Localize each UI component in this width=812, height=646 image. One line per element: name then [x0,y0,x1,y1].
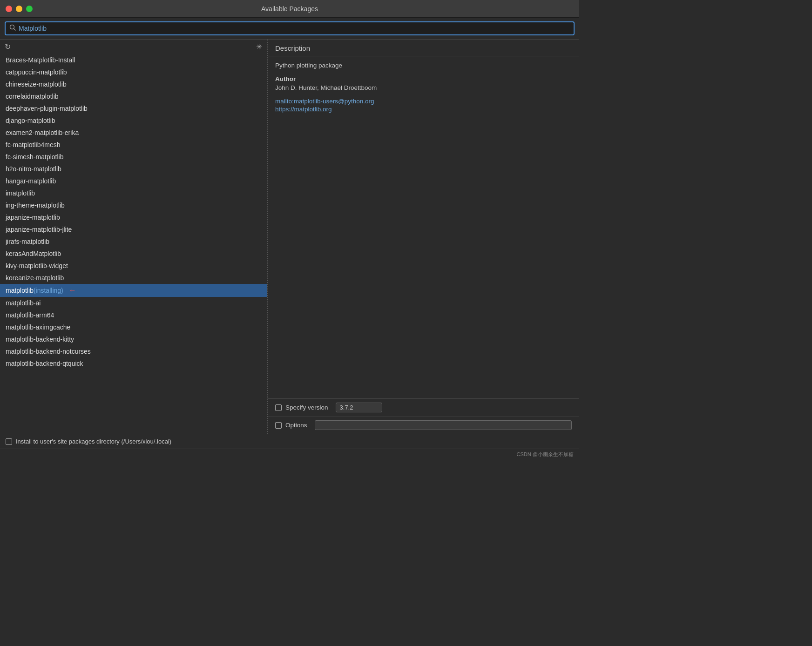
author-value: John D. Hunter, Michael Droettboom [275,84,572,91]
refresh-icon[interactable]: ↻ [5,42,11,51]
search-input[interactable] [19,25,570,32]
package-name: kerasAndMatplotlib [6,250,61,257]
package-name: koreanize-matplotlib [6,274,64,282]
package-status: (installing) [34,287,63,294]
search-bar [0,18,579,40]
list-item[interactable]: kivy-matplotlib-widget [0,260,267,272]
package-name: imatplotlib [6,189,35,197]
install-user-site-label: Install to user's site packages director… [16,438,171,445]
install-row: Install to user's site packages director… [0,434,579,449]
package-name: matplotlib-ai [6,299,41,307]
list-item[interactable]: deephaven-plugin-matplotlib [0,102,267,114]
list-item[interactable]: japanize-matplotlib-jlite [0,223,267,236]
list-item[interactable]: examen2-matplotlib-erika [0,127,267,139]
package-name: jirafs-matplotlib [6,238,49,245]
description-header: Description [268,40,579,56]
list-item[interactable]: matplotlib-backend-qtquick [0,357,267,370]
window-title: Available Packages [261,5,318,13]
list-item[interactable]: fc-matplotlib4mesh [0,139,267,151]
app-wrapper: Available Packages ↻ ✳︎ Braces-Matplotli [0,0,579,460]
loading-icon: ✳︎ [256,42,262,51]
package-name: fc-matplotlib4mesh [6,141,61,148]
options-label: Options [285,422,307,429]
list-item[interactable]: fc-simesh-matplotlib [0,151,267,163]
list-item[interactable]: django-matplotlib [0,114,267,127]
search-icon [9,24,16,33]
options-checkbox[interactable] [275,422,282,429]
list-item[interactable]: matplotlib-ai [0,297,267,309]
list-item[interactable]: matplotlib-arm64 [0,309,267,321]
list-item[interactable]: kerasAndMatplotlib [0,248,267,260]
package-name: japanize-matplotlib [6,214,60,221]
website-link[interactable]: https://matplotlib.org [275,106,572,113]
package-name: matplotlib-arm64 [6,311,54,319]
close-button[interactable] [6,6,12,12]
package-name: japanize-matplotlib-jlite [6,226,72,233]
version-input[interactable] [336,403,382,412]
package-name: catppuccin-matplotlib [6,68,67,76]
package-name: matplotlib-aximgcache [6,323,70,331]
package-name: matplotlib-backend-notcurses [6,348,91,355]
specify-version-label: Specify version [285,404,328,411]
panels-row: ↻ ✳︎ Braces-Matplotlib-Installcatppuccin… [0,40,579,434]
list-item[interactable]: koreanize-matplotlib [0,272,267,284]
package-name: matplotlib-backend-qtquick [6,360,83,367]
list-item[interactable]: japanize-matplotlib [0,211,267,223]
list-item[interactable]: hangar-matplotlib [0,175,267,187]
list-item[interactable]: chineseize-matplotlib [0,78,267,90]
version-row: Specify version [268,399,579,417]
traffic-lights [6,6,33,12]
package-name: chineseize-matplotlib [6,81,67,88]
package-name: hangar-matplotlib [6,177,56,185]
package-name: matplotlib [6,287,34,294]
minimize-button[interactable] [16,6,22,12]
package-name: h2o-nitro-matplotlib [6,165,61,173]
email-link[interactable]: mailto:matplotlib-users@python.org [275,98,572,105]
list-item[interactable]: correlaidmatplotlib [0,90,267,102]
titlebar: Available Packages [0,0,579,18]
list-item[interactable]: h2o-nitro-matplotlib [0,163,267,175]
list-item[interactable]: matplotlib(installing)← [0,284,267,297]
options-row: Options [268,417,579,434]
bottom-right-controls: Specify version Options [268,398,579,434]
package-name: matplotlib-backend-kitty [6,336,74,343]
search-input-wrapper [5,21,575,35]
author-label: Author [275,75,572,82]
specify-version-checkbox[interactable] [275,404,282,411]
list-item[interactable]: ing-theme-matplotlib [0,199,267,211]
list-item[interactable]: matplotlib-backend-notcurses [0,345,267,357]
package-name: kivy-matplotlib-widget [6,262,68,269]
maximize-button[interactable] [26,6,33,12]
left-list-area: ↻ ✳︎ Braces-Matplotlib-Installcatppuccin… [0,40,268,434]
svg-line-1 [14,29,16,31]
list-item[interactable]: jirafs-matplotlib [0,236,267,248]
list-item[interactable]: matplotlib-backend-kitty [0,333,267,345]
package-name: Braces-Matplotlib-Install [6,56,75,64]
package-name: fc-simesh-matplotlib [6,153,63,161]
package-name: examen2-matplotlib-erika [6,129,79,136]
options-input[interactable] [315,420,572,430]
package-name: ing-theme-matplotlib [6,202,65,209]
package-list[interactable]: Braces-Matplotlib-Installcatppuccin-matp… [0,54,267,434]
right-desc-area: Description Python plotting package Auth… [268,40,579,434]
footer-text: CSDN @小幽余生不加糖 [517,451,574,458]
description-body: Python plotting package Author John D. H… [268,56,579,398]
package-name: django-matplotlib [6,117,55,124]
list-item[interactable]: matplotlib-aximgcache [0,321,267,333]
installing-arrow-icon: ← [69,286,76,295]
install-user-site-checkbox[interactable] [6,438,12,445]
list-item[interactable]: imatplotlib [0,187,267,199]
package-name: correlaidmatplotlib [6,93,59,100]
description-text: Python plotting package [275,62,572,69]
list-item[interactable]: catppuccin-matplotlib [0,66,267,78]
package-name: deephaven-plugin-matplotlib [6,105,88,112]
footer: CSDN @小幽余生不加糖 [0,449,579,460]
list-item[interactable]: Braces-Matplotlib-Install [0,54,267,66]
toolbar-row: ↻ ✳︎ [0,40,267,54]
